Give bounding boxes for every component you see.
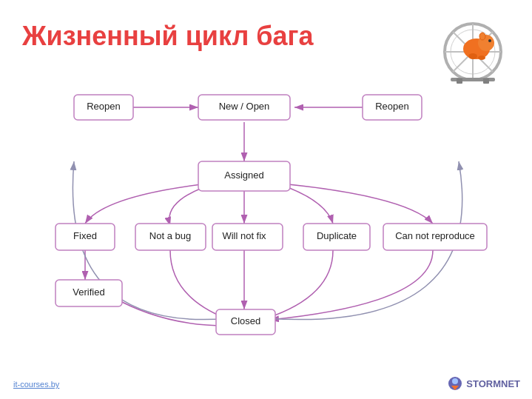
node-reopen-left: Reopen (87, 101, 121, 112)
svg-point-36 (452, 378, 458, 384)
page-title: Жизненный цикл бага (22, 21, 314, 52)
svg-point-8 (488, 39, 491, 42)
hamster-illustration (436, 13, 510, 84)
svg-point-9 (479, 33, 485, 40)
node-duplicate: Duplicate (317, 230, 357, 241)
node-verified: Verified (73, 286, 104, 298)
logo: STORMNET (447, 375, 520, 392)
node-fixed: Fixed (73, 230, 97, 241)
svg-point-10 (468, 53, 477, 59)
node-cannot-reproduce: Can not reproduce (395, 230, 475, 241)
logo-text: STORMNET (466, 378, 520, 389)
footer-link[interactable]: it-courses.by (13, 380, 59, 389)
node-not-a-bug: Not a bug (149, 230, 191, 241)
node-reopen-right: Reopen (375, 101, 409, 112)
node-new-open: New / Open (219, 101, 270, 112)
node-will-not-fix: Will not fix (222, 230, 266, 241)
lifecycle-diagram: Reopen New / Open Reopen Assigned Fixed … (15, 81, 518, 370)
svg-point-11 (478, 56, 485, 60)
node-closed: Closed (231, 315, 260, 326)
node-assigned: Assigned (224, 170, 263, 181)
slide: Жизненный цикл бага (0, 0, 532, 399)
